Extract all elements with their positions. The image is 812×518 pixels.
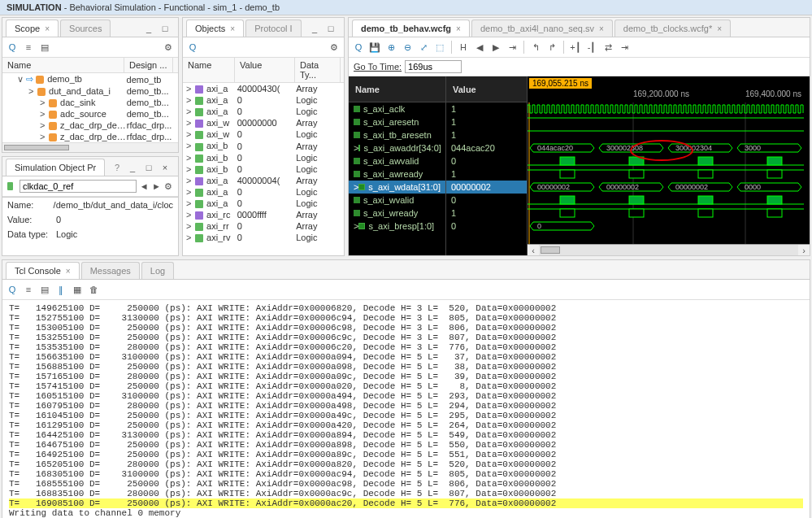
tab-wave-3[interactable]: demo_tb_clocks.wcfg*×	[614, 20, 731, 37]
search-icon[interactable]: Q	[352, 41, 365, 54]
expand-icon[interactable]: ▤	[38, 283, 51, 296]
wave-hscrollbar[interactable]: ‹ ›	[528, 244, 810, 255]
expand-icon[interactable]: ▤	[38, 41, 51, 54]
wave-signal-names[interactable]: s_axi_aclks_axi_aresetns_axi_tb_aresetn>…	[349, 102, 445, 233]
tree-row[interactable]: > adc_sourcedemo_tb...	[2, 108, 178, 120]
objects-table[interactable]: > axi_a40000430(Array> axi_a0Logic> axi_…	[183, 83, 344, 255]
table-row[interactable]: > axi_a0Logic	[183, 94, 344, 106]
wave-signal-name[interactable]: s_axi_aresetn	[349, 115, 445, 128]
waveform-area[interactable]: 169,055.215 ns 169,200.000 ns 169,400.00…	[528, 76, 810, 255]
table-row[interactable]: > axi_b0Logic	[183, 163, 344, 175]
wave-signal-name[interactable]: s_axi_tb_aresetn	[349, 128, 445, 141]
obj-name-input[interactable]	[20, 180, 137, 193]
table-row[interactable]: > axi_w00000000Array	[183, 117, 344, 128]
next-tran-icon[interactable]: ↱	[545, 41, 558, 54]
wave-signal-name[interactable]: s_axi_awready	[349, 168, 445, 181]
hscrollbar[interactable]	[2, 142, 178, 152]
wave-signal-name[interactable]: > s_axi_wdata[31:0]	[349, 181, 445, 194]
gear-icon[interactable]	[164, 180, 173, 193]
gear-icon[interactable]	[328, 41, 341, 54]
close-icon[interactable]: ×	[599, 24, 604, 33]
close-icon[interactable]: ×	[45, 24, 50, 33]
tree-row[interactable]: > z_dac_drp_decode_0_irfdac_drp...	[2, 120, 178, 131]
tree-row[interactable]: > dac_sinkdemo_tb...	[2, 97, 178, 108]
search-icon[interactable]: Q	[186, 41, 199, 54]
save-icon[interactable]: 💾	[368, 41, 381, 54]
close-icon[interactable]: ×	[230, 24, 235, 33]
table-row[interactable]: > axi_a40000430(Array	[183, 83, 344, 94]
minimize-icon[interactable]: _	[142, 22, 155, 35]
col-design[interactable]: Design ...	[124, 58, 173, 72]
zoom-cursor-icon[interactable]: ⬚	[433, 41, 446, 54]
del-marker-icon[interactable]: -┃	[585, 41, 598, 54]
tab-protocol[interactable]: Protocol I	[245, 20, 301, 37]
zoom-fit-icon[interactable]: ⤢	[417, 41, 430, 54]
collapse-icon[interactable]: ≡	[22, 283, 35, 296]
table-row[interactable]: > axi_b0Array	[183, 140, 344, 151]
col-name[interactable]: Name	[2, 58, 124, 72]
collapse-icon[interactable]: ≡	[22, 41, 35, 54]
minimize-icon[interactable]: _	[126, 161, 139, 174]
wave-col-name[interactable]: Name	[349, 76, 445, 102]
go-start-icon[interactable]: H	[457, 41, 470, 54]
tab-objects[interactable]: Objects×	[186, 20, 244, 37]
table-row[interactable]: > axi_rv0Logic	[183, 232, 344, 243]
table-row[interactable]: > axi_b0Logic	[183, 152, 344, 163]
gear-icon[interactable]	[162, 41, 175, 54]
close-icon[interactable]: ×	[66, 267, 71, 276]
wave-signal-name[interactable]: > s_axi_bresp[1:0]	[349, 220, 445, 233]
table-row[interactable]: > axi_w0Logic	[183, 128, 344, 140]
table-row[interactable]: > axi_a0Logic	[183, 186, 344, 198]
zoom-out-icon[interactable]: ⊖	[401, 41, 414, 54]
tree-row[interactable]: ∨ ⇨ demo_tbdemo_tb	[2, 73, 178, 85]
tree-row[interactable]: > z_dac_drp_decode_1_irfdac_drp...	[2, 131, 178, 142]
maximize-icon[interactable]	[142, 161, 155, 174]
table-row[interactable]: > axi_a40000004(Array	[183, 175, 344, 186]
pause-icon[interactable]: ‖	[54, 283, 67, 296]
col-value[interactable]: Value	[235, 58, 295, 82]
tab-obj-props[interactable]: Simulation Object Pr	[6, 159, 105, 176]
prev-icon[interactable]: ◄	[140, 180, 149, 193]
scroll-right-icon[interactable]: ›	[798, 245, 810, 255]
table-row[interactable]: > axi_rc0000ffffArray	[183, 209, 344, 220]
tcl-output[interactable]: T= 149625100 D= 250000 (ps): AXI WRITE: …	[2, 300, 810, 518]
wave-signal-name[interactable]: > s_axi_awaddr[34:0]	[349, 141, 445, 155]
tab-messages[interactable]: Messages	[81, 262, 140, 279]
prev-tran-icon[interactable]: ↰	[529, 41, 542, 54]
tab-log[interactable]: Log	[141, 262, 174, 279]
close-icon[interactable]: ×	[717, 24, 722, 33]
table-row[interactable]: > axi_a0Logic	[183, 106, 344, 117]
scroll-thumb[interactable]	[541, 246, 560, 254]
col-type[interactable]: Data Ty...	[295, 58, 341, 82]
maximize-icon[interactable]	[158, 22, 172, 35]
table-row[interactable]: > axi_a0Logic	[183, 198, 344, 209]
clear-icon[interactable]: ▦	[71, 283, 84, 296]
trash-icon[interactable]: 🗑	[87, 283, 100, 296]
wave-signal-name[interactable]: s_axi_wvalid	[349, 194, 445, 207]
go-end-icon[interactable]: ⇥	[506, 41, 519, 54]
tab-wave-1[interactable]: demo_tb_behav.wcfg×	[352, 20, 470, 37]
close-icon[interactable]: ×	[456, 24, 461, 33]
table-row[interactable]: > axi_rr0Array	[183, 220, 344, 232]
scope-tree[interactable]: ∨ ⇨ demo_tbdemo_tb> dut_and_data_idemo_t…	[2, 73, 178, 142]
goto-input[interactable]	[405, 60, 462, 73]
tab-scope[interactable]: Scope×	[6, 20, 59, 37]
close-icon[interactable]: ×	[158, 161, 172, 174]
add-marker-icon[interactable]: +┃	[569, 41, 582, 54]
next-edge-icon[interactable]: ▶	[489, 41, 502, 54]
search-icon[interactable]: Q	[6, 41, 19, 54]
next-icon[interactable]: ►	[152, 180, 161, 193]
help-icon[interactable]: ?	[115, 163, 123, 172]
prev-edge-icon[interactable]: ◀	[473, 41, 486, 54]
tab-sources[interactable]: Sources	[60, 20, 111, 37]
tab-wave-2[interactable]: demo_tb_axi4l_nano_seq.sv×	[471, 20, 613, 37]
wave-signal-name[interactable]: s_axi_wready	[349, 207, 445, 220]
search-icon[interactable]: Q	[6, 283, 19, 296]
wave-signal-name[interactable]: s_axi_awvalid	[349, 155, 445, 168]
end-icon[interactable]: ⇥	[618, 41, 631, 54]
col-name[interactable]: Name	[183, 58, 235, 82]
maximize-icon[interactable]	[324, 22, 337, 35]
wave-signal-name[interactable]: s_axi_aclk	[349, 102, 445, 115]
scroll-left-icon[interactable]: ‹	[528, 245, 539, 255]
tree-row[interactable]: > dut_and_data_idemo_tb...	[2, 85, 178, 97]
